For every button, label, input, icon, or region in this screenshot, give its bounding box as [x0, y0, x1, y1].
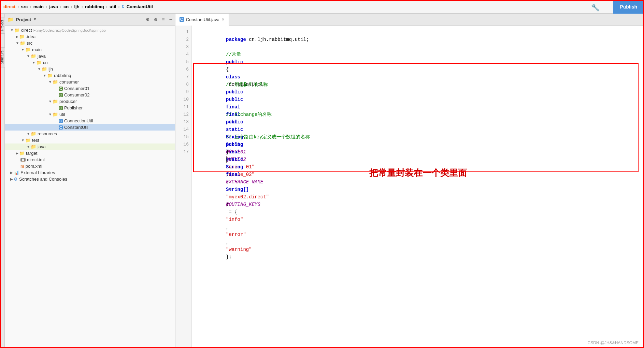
- tree-item-test[interactable]: ▼ 📁 test: [5, 137, 175, 143]
- project-tree: ▼ 📁 direct F:\myCode\crazyCode\SpringBoo…: [5, 26, 175, 348]
- folder-src-icon: 📁: [20, 41, 25, 46]
- close-panel-icon[interactable]: —: [170, 17, 172, 22]
- tree-label-java-test: java: [38, 144, 46, 149]
- code-content[interactable]: package cn.ljh.rabbitmq.util; //常量 publi…: [192, 26, 644, 348]
- folder-idea-icon: 📁: [19, 34, 25, 39]
- breadcrumb-cn[interactable]: cn: [63, 4, 69, 9]
- tree-item-idea[interactable]: ▶ 📁 .idea: [5, 33, 175, 40]
- settings-icon[interactable]: ⚙: [154, 17, 157, 22]
- comma-14b: ,: [226, 239, 232, 245]
- tree-label-publisher: Publisher: [64, 105, 83, 110]
- line-num-3: 3: [175, 43, 189, 51]
- line-num-5: 5: [175, 58, 189, 66]
- kw-public-14: public: [226, 142, 243, 147]
- tree-item-direct[interactable]: ▼ 📁 direct F:\myCode\crazyCode\SpringBoo…: [5, 27, 175, 33]
- tree-item-consumer02[interactable]: C Consumer02: [5, 92, 175, 98]
- breadcrumb-java[interactable]: java: [49, 4, 58, 9]
- tree-item-constantutil[interactable]: C ConstantUtil: [5, 124, 175, 131]
- tree-item-target[interactable]: ▶ 📁 target: [5, 150, 175, 156]
- tree-item-cn[interactable]: ▼ 📁 cn: [5, 59, 175, 66]
- tree-item-java[interactable]: ▼ 📁 java: [5, 53, 175, 59]
- tree-item-publisher[interactable]: C Publisher: [5, 105, 175, 111]
- triangle-down-test-icon: ▼: [21, 138, 25, 142]
- dropdown-icon[interactable]: ▼: [34, 17, 36, 21]
- line-num-16: 16: [175, 141, 189, 148]
- breadcrumb-src[interactable]: src: [21, 4, 28, 9]
- main-layout: Project Structure 📁 Project ▼ ⊕ ⚙ ≡ — ▼ …: [0, 14, 644, 348]
- tree-item-src[interactable]: ▼ 📁 src: [5, 40, 175, 46]
- tree-item-ljh[interactable]: ▼ 📁 ljh: [5, 66, 175, 72]
- breadcrumb-sep-7: ›: [106, 4, 108, 9]
- tree-label-consumer02: Consumer02: [64, 92, 89, 97]
- tree-item-java-test[interactable]: ▼ 📁 java: [5, 143, 175, 150]
- footer-text: CSDN @JH&&HANDSOME: [587, 341, 639, 345]
- folder-java-test-icon: 📁: [31, 144, 36, 149]
- tree-item-rabbitmq[interactable]: ▼ 📁 rabbitmq: [5, 72, 175, 79]
- tree-label-main: main: [32, 47, 42, 52]
- cursor-icon: [226, 156, 227, 163]
- tree-label-consumer: consumer: [59, 79, 79, 85]
- wrench-icon[interactable]: 🔧: [591, 3, 600, 12]
- line-num-4: 4: [175, 51, 189, 58]
- tree-item-external-libs[interactable]: ▶ 📊 External Libraries: [5, 169, 175, 176]
- breadcrumb-util[interactable]: util: [110, 4, 116, 9]
- tab-close-icon[interactable]: ✕: [221, 17, 225, 22]
- tree-item-scratches[interactable]: ▶ ⚙ Scratches and Consoles: [5, 176, 175, 182]
- collapse-icon[interactable]: ≡: [162, 17, 164, 22]
- code-line-13: // 三个路由key定义成一个数组的名称: [197, 118, 639, 126]
- tree-item-pomxml[interactable]: m pom.xml: [5, 163, 175, 169]
- editor-tab-constantutil[interactable]: C ConstantUtil.java ✕: [175, 14, 229, 26]
- tree-label-consumer01: Consumer01: [64, 86, 89, 91]
- code-line-4: public class ConstantUtil: [197, 51, 639, 58]
- folder-direct-icon: 📁: [14, 28, 20, 33]
- code-line-11: public static final String EXCHANGE_NAME…: [197, 103, 639, 111]
- folder-consumer-icon: 📁: [53, 79, 58, 85]
- folder-cn-icon: 📁: [36, 60, 42, 65]
- editor-area: C ConstantUtil.java ✕ 1 2 3 4 5 6 7 8 9 …: [175, 14, 644, 348]
- folder-target-icon: 📁: [19, 151, 25, 156]
- brace-open: {: [226, 67, 229, 72]
- kw-static-14: static: [226, 157, 243, 162]
- tree-label-connectionutil: ConnectionUtil: [64, 118, 93, 123]
- line-num-14: 14: [175, 126, 189, 133]
- tree-label-direct: direct: [21, 28, 32, 33]
- line-num-8: 8: [175, 81, 189, 88]
- tree-label-util: util: [59, 112, 65, 117]
- locate-icon[interactable]: ⊕: [146, 16, 149, 23]
- comment-3: //常量: [226, 52, 241, 57]
- line-num-7: 7: [175, 73, 189, 81]
- code-line-16: }: [197, 141, 639, 148]
- triangle-down-ljh-icon: ▼: [38, 67, 41, 71]
- tree-label-test: test: [32, 138, 39, 143]
- sidebar-vtab-project[interactable]: Project: [0, 17, 5, 34]
- sidebar-vertical-tabs: Project Structure: [0, 14, 5, 348]
- kw-public-4: public: [226, 59, 243, 65]
- breadcrumb-ljh[interactable]: ljh: [74, 4, 79, 9]
- indent-10: [226, 104, 238, 110]
- tab-label-constantutil: ConstantUtil.java: [186, 17, 219, 22]
- breadcrumb-direct[interactable]: direct: [3, 4, 15, 9]
- publish-button[interactable]: Publish: [613, 0, 644, 14]
- tree-item-resources[interactable]: ▼ 📁 resources: [5, 131, 175, 137]
- tree-item-connectionutil[interactable]: C ConnectionUtil: [5, 118, 175, 124]
- breadcrumb-rabbitmq[interactable]: rabbitmq: [85, 4, 104, 9]
- tree-label-ljh: ljh: [48, 66, 53, 72]
- tree-item-util[interactable]: ▼ 📁 util: [5, 111, 175, 118]
- tree-item-main[interactable]: ▼ 📁 main: [5, 46, 175, 53]
- code-line-10: // Exchange的名称: [197, 96, 639, 103]
- breadcrumb-sep-8: ›: [118, 4, 119, 9]
- breadcrumb-constantutil[interactable]: ConstantUtil: [127, 4, 153, 9]
- tree-item-producer[interactable]: ▼ 📁 producer: [5, 98, 175, 105]
- breadcrumb-main[interactable]: main: [33, 4, 44, 9]
- triangle-down-src-icon: ▼: [16, 41, 19, 45]
- tree-item-directiml[interactable]: 📋 direct.iml: [5, 156, 175, 163]
- sidebar-vtab-structure[interactable]: Structure: [0, 47, 5, 67]
- tree-item-consumer[interactable]: ▼ 📁 consumer: [5, 79, 175, 85]
- indent-6: [226, 74, 238, 80]
- tree-item-consumer01[interactable]: C Consumer01: [5, 85, 175, 92]
- annotation-label: 把常量封装在一个类里面: [369, 168, 467, 178]
- code-line-5: {: [197, 58, 639, 66]
- line-num-11: 11: [175, 103, 189, 111]
- triangle-right-extlibs-icon: ▶: [10, 171, 13, 175]
- java-consumer02-icon: C: [59, 93, 63, 97]
